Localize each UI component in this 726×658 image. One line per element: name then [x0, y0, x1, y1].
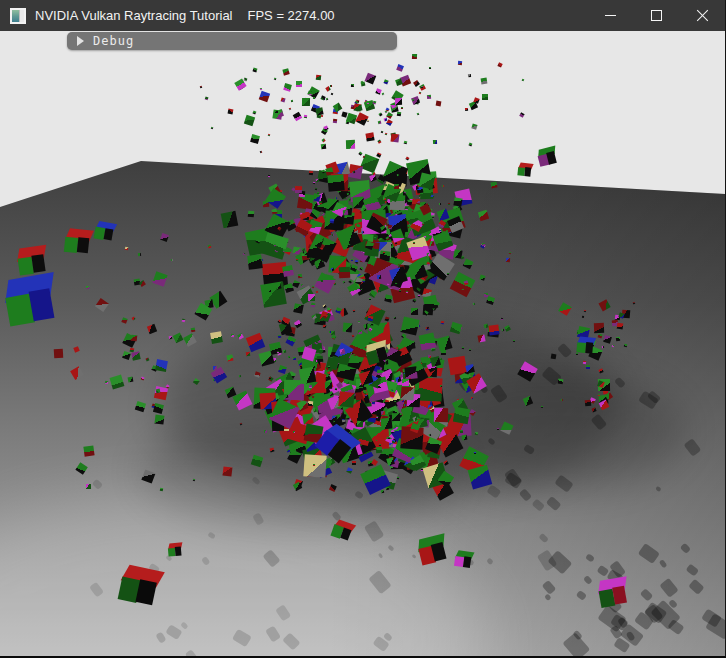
cube-face	[546, 151, 556, 164]
feature-cube	[330, 518, 353, 541]
window-controls	[587, 0, 725, 31]
feature-cube	[596, 577, 627, 608]
cube-face	[136, 579, 157, 605]
feature-cube	[15, 245, 45, 275]
maximize-button[interactable]	[633, 0, 679, 31]
close-button[interactable]	[679, 0, 725, 31]
window-title: NVIDIA Vulkan Raytracing Tutorial	[35, 8, 233, 23]
cube-face	[463, 556, 472, 567]
minimize-icon	[605, 15, 616, 16]
feature-cube	[167, 542, 181, 556]
triangle-right-icon	[77, 36, 84, 46]
cube-face	[103, 228, 113, 241]
minimize-button[interactable]	[587, 0, 633, 31]
cube-face	[175, 547, 182, 556]
debug-panel-header[interactable]: Debug	[67, 32, 397, 50]
fps-counter: FPS = 2274.00	[248, 8, 335, 23]
cube-face	[524, 167, 531, 176]
feature-cube	[517, 162, 531, 176]
feature-cube	[94, 221, 115, 242]
app-window-icon	[10, 8, 26, 24]
maximize-icon	[651, 10, 662, 21]
feature-cube	[117, 564, 160, 607]
feature-cube	[314, 421, 358, 465]
feature-cube	[415, 534, 447, 566]
cube-face	[585, 342, 593, 353]
close-icon	[696, 9, 709, 22]
debug-panel-label: Debug	[93, 34, 134, 48]
render-viewport[interactable]: Debug	[0, 31, 726, 656]
app-window: NVIDIA Vulkan Raytracing Tutorial FPS = …	[0, 0, 726, 658]
feature-cube	[536, 146, 557, 167]
cube-face	[31, 254, 46, 273]
feature-cube	[454, 550, 472, 568]
feature-cube	[1, 273, 54, 326]
feature-cube	[576, 336, 593, 353]
title-bar: NVIDIA Vulkan Raytracing Tutorial FPS = …	[0, 0, 725, 31]
cube-face	[77, 237, 90, 254]
feature-cube	[64, 228, 90, 254]
feature-cubes	[0, 31, 726, 656]
feature-cube	[364, 341, 389, 366]
